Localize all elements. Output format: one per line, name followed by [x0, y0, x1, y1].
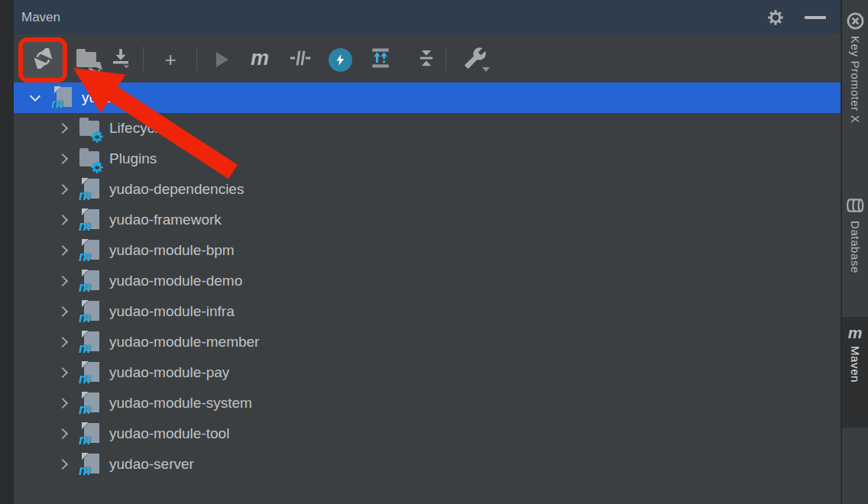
offline-mode-lightning-icon: [329, 48, 352, 72]
tree-item-icon: m: [78, 269, 102, 293]
chevron-right-icon[interactable]: [55, 121, 70, 136]
maven-module-icon: m: [78, 269, 102, 293]
maven-panel: Maven: [14, 0, 840, 504]
chevron-right-icon[interactable]: [55, 212, 70, 228]
expand-all-button[interactable]: [365, 44, 396, 75]
sidebar-label: Database: [849, 221, 862, 273]
tree-item-yudao-module-bpm[interactable]: m yudao-module-bpm: [14, 235, 840, 266]
chevron-right-icon[interactable]: [55, 304, 70, 319]
maven-module-icon: m: [78, 177, 102, 202]
sidebar-item-maven[interactable]: m Maven: [842, 317, 868, 428]
tree-item-yudao-module-infra[interactable]: m yudao-module-infra: [14, 296, 840, 327]
sidebar-item-key-promoter-x[interactable]: Key Promoter X: [842, 11, 868, 123]
maven-module-icon: m: [78, 299, 102, 324]
maven-settings-button[interactable]: [459, 44, 491, 75]
toolbar-separator: [143, 47, 144, 71]
tree-item-icon: m: [78, 422, 102, 446]
reload-all-maven-projects-button[interactable]: [23, 42, 63, 78]
generate-sources-button[interactable]: [72, 44, 102, 75]
tree-item-label: yudao-framework: [109, 212, 222, 228]
tree-item-icon: [78, 116, 102, 141]
maven-module-icon: m: [78, 238, 102, 263]
download-sources-icon: [109, 47, 132, 73]
tree-item-yudao-framework[interactable]: m yudao-framework: [14, 205, 840, 235]
run-icon: [216, 52, 228, 67]
maven-m-icon: m: [848, 325, 863, 341]
key-promoter-x-icon: [845, 11, 865, 31]
tree-item-yudao-module-demo[interactable]: m yudao-module-demo: [14, 266, 840, 296]
right-tool-window-stripe: Key Promoter X Database m Maven: [840, 0, 868, 504]
download-sources-button[interactable]: [105, 44, 136, 75]
chevron-right-icon[interactable]: [55, 457, 70, 472]
skip-tests-icon: [289, 47, 312, 73]
tree-item-icon: [78, 147, 102, 171]
tree-item-label: yudao-module-demo: [109, 273, 242, 289]
tree-item-label: yudao-module-tool: [109, 425, 229, 442]
tree-item-label: yudao-dependencies: [109, 181, 244, 198]
tree-item-icon: m: [78, 177, 102, 202]
chevron-right-icon[interactable]: [55, 334, 70, 350]
tree-item-lifecycle[interactable]: Lifecycle: [14, 113, 840, 144]
tree-item-icon: m: [78, 391, 102, 415]
left-edge-strip: [0, 0, 14, 504]
chevron-right-icon[interactable]: [55, 426, 70, 441]
chevron-right-icon[interactable]: [55, 243, 70, 258]
tree-item-icon: m: [78, 330, 102, 354]
tree-item-label: Lifecycle: [109, 120, 166, 137]
tree-item-label: yudao-module-infra: [109, 303, 235, 320]
annotation-highlight-rect: [18, 37, 67, 82]
maven-module-icon: m: [78, 208, 102, 232]
collapse-all-button[interactable]: [413, 44, 440, 75]
collapse-all-icon: [415, 47, 438, 73]
chevron-down-icon[interactable]: [28, 90, 43, 105]
maven-module-icon: m: [78, 330, 102, 354]
tree-item-yudao-module-pay[interactable]: m yudao-module-pay: [14, 357, 840, 388]
chevron-right-icon[interactable]: [55, 151, 70, 166]
panel-title: Maven: [21, 10, 60, 25]
sidebar-label: Key Promoter X: [849, 36, 862, 123]
database-icon: [845, 195, 865, 215]
gear-folder-icon: [78, 116, 102, 141]
gear-folder-icon: [78, 147, 102, 171]
execute-maven-goal-icon: m: [251, 48, 269, 72]
tree-item-yudao-server[interactable]: m yudao-server: [14, 449, 840, 480]
minimize-icon[interactable]: [804, 6, 827, 29]
tree-item-label: yudao-server: [109, 456, 194, 473]
tree-item-label: yudao-module-system: [109, 395, 252, 412]
reimport-refresh-icon: [33, 48, 53, 72]
maven-module-icon: m: [78, 360, 102, 385]
tree-item-label: yudao-module-pay: [109, 364, 229, 381]
toolbar-separator: [196, 47, 197, 71]
tree-item-icon: m: [50, 86, 75, 110]
execute-maven-goal-button[interactable]: m: [246, 44, 274, 75]
gear-icon[interactable]: [764, 6, 787, 29]
tree-item-yudao-module-tool[interactable]: m yudao-module-tool: [14, 418, 840, 449]
titlebar: Maven: [14, 0, 840, 34]
tree-item-label: yudao: [82, 89, 121, 106]
tree-item-yudao-module-member[interactable]: m yudao-module-member: [14, 327, 840, 357]
maven-module-icon: m: [78, 452, 102, 477]
tree-item-yudao[interactable]: m yudao: [14, 82, 840, 113]
chevron-right-icon[interactable]: [55, 396, 70, 411]
chevron-down-icon: [482, 67, 490, 72]
tree-item-plugins[interactable]: Plugins: [14, 144, 840, 174]
chevron-right-icon[interactable]: [55, 273, 70, 289]
chevron-right-icon[interactable]: [55, 182, 70, 197]
add-maven-project-button[interactable]: +: [157, 44, 184, 75]
maven-module-icon: m: [50, 86, 75, 110]
tree-item-yudao-dependencies[interactable]: m yudao-dependencies: [14, 174, 840, 205]
expand-all-icon: [368, 46, 393, 73]
sidebar-label: Maven: [849, 346, 862, 383]
tree-item-yudao-module-system[interactable]: m yudao-module-system: [14, 388, 840, 418]
tree-item-label: Plugins: [109, 150, 157, 167]
tree-item-label: yudao-module-bpm: [109, 242, 235, 259]
tree-item-icon: m: [78, 452, 102, 477]
tree-item-icon: m: [78, 360, 102, 385]
run-button[interactable]: [207, 44, 235, 75]
maven-toolbar: + m: [14, 34, 840, 82]
skip-tests-button[interactable]: [287, 44, 314, 75]
chevron-right-icon[interactable]: [55, 365, 70, 380]
offline-mode-button[interactable]: [327, 44, 353, 75]
maven-module-icon: m: [78, 391, 102, 415]
sidebar-item-database[interactable]: Database: [842, 195, 868, 273]
